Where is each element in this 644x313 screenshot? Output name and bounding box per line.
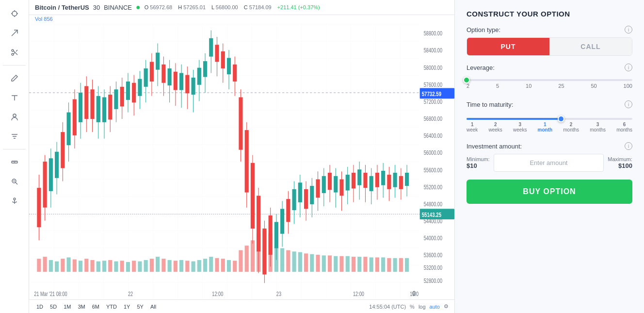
chart-body[interactable]: 58800.00 58400.00 58000.00 57600.00 5720… (29, 24, 454, 299)
svg-rect-53 (55, 152, 59, 178)
maturity-1week: 1 week (467, 122, 478, 132)
svg-rect-187 (126, 262, 130, 272)
svg-rect-157 (363, 173, 367, 188)
maturity-label-row: Time to maturity: i (467, 100, 632, 108)
toolbar-divider-2 (3, 149, 26, 149)
vol-label: Vol (35, 16, 42, 22)
svg-rect-221 (328, 255, 332, 272)
person-icon[interactable] (6, 108, 23, 126)
option-type-info-icon[interactable]: i (625, 26, 632, 33)
candlestick-chart: 58800.00 58400.00 58000.00 57600.00 5720… (29, 24, 454, 299)
svg-text:22: 22 (128, 291, 133, 297)
svg-rect-214 (286, 250, 290, 272)
svg-rect-202 (215, 258, 219, 272)
svg-rect-215 (292, 251, 296, 272)
svg-rect-149 (339, 180, 343, 196)
maturity-6months: 6 months (616, 122, 632, 132)
investment-info-icon[interactable]: i (625, 142, 632, 150)
volume-row: Vol 856 (29, 15, 454, 24)
period-1m[interactable]: 1M (62, 303, 72, 310)
arrow-icon[interactable] (6, 24, 23, 42)
svg-rect-226 (357, 257, 361, 272)
svg-text:56400.00: 56400.00 (424, 132, 442, 139)
leverage-info-icon[interactable]: i (625, 64, 632, 71)
option-type-section: Option type: i PUT CALL (467, 26, 632, 56)
leverage-mark-100: 100 (624, 83, 632, 89)
svg-rect-197 (185, 261, 189, 272)
leverage-thumb[interactable] (463, 77, 470, 83)
svg-text:53200.00: 53200.00 (424, 264, 442, 271)
svg-rect-234 (405, 258, 409, 272)
svg-rect-204 (227, 260, 231, 272)
put-button[interactable]: PUT (467, 38, 549, 55)
svg-rect-147 (334, 176, 338, 193)
log-button[interactable]: log (419, 304, 426, 310)
svg-text:58000.00: 58000.00 (424, 64, 442, 71)
svg-point-6 (12, 49, 14, 51)
zoom-icon[interactable] (6, 173, 23, 190)
anchor-icon[interactable] (6, 192, 23, 210)
svg-text:58400.00: 58400.00 (424, 47, 442, 54)
svg-rect-167 (393, 173, 397, 187)
maturity-thumb[interactable] (558, 115, 564, 122)
ruler-icon[interactable] (6, 153, 23, 171)
scissors-icon[interactable] (6, 44, 23, 61)
maturity-2months: 2 months (563, 122, 579, 132)
settings-icon[interactable]: ⚙ (444, 303, 449, 310)
investment-label: Investment amount: (467, 143, 522, 150)
maturity-track[interactable] (467, 118, 632, 120)
svg-point-13 (13, 114, 16, 117)
svg-rect-209 (257, 234, 260, 272)
svg-rect-190 (144, 260, 148, 272)
price-change: +211.41 (+0.37%) (277, 4, 320, 10)
period-1d[interactable]: 1D (35, 303, 45, 310)
period-5y[interactable]: 5Y (135, 303, 145, 310)
svg-rect-176 (61, 259, 64, 272)
low-val: 56800.00 (216, 4, 238, 10)
svg-rect-163 (381, 171, 385, 185)
text-icon[interactable] (6, 89, 23, 106)
buy-option-button[interactable]: BUY OPTION (467, 180, 632, 204)
option-type-buttons: PUT CALL (467, 37, 632, 56)
svg-rect-81 (138, 79, 142, 96)
leverage-labels: 2 5 10 25 50 100 (467, 83, 632, 89)
period-ytd[interactable]: YTD (105, 303, 118, 310)
period-1y[interactable]: 1Y (122, 303, 131, 310)
filter-icon[interactable] (6, 128, 23, 145)
svg-rect-111 (227, 58, 231, 74)
leverage-track[interactable] (467, 79, 632, 81)
svg-rect-117 (245, 130, 249, 192)
amount-input[interactable] (494, 154, 604, 172)
leverage-slider-container: 2 5 10 25 50 100 (467, 75, 632, 93)
auto-button[interactable]: auto (430, 304, 440, 310)
min-value: $10 (467, 162, 477, 169)
chart-timestamp: 14:55:04 (UTC) (369, 304, 406, 310)
svg-text:21 Mar '21  08:00: 21 Mar '21 08:00 (34, 291, 67, 297)
period-6m[interactable]: 6M (91, 303, 101, 310)
svg-rect-49 (43, 162, 47, 208)
leverage-label: Leverage: (467, 64, 495, 71)
svg-rect-129 (280, 209, 284, 233)
svg-rect-69 (102, 97, 106, 122)
period-3m[interactable]: 3M (76, 303, 86, 310)
svg-point-24 (14, 198, 16, 200)
pencil-icon[interactable] (6, 69, 23, 87)
crosshair-icon[interactable] (6, 5, 23, 22)
maturity-2weeks: 2 weeks (489, 122, 502, 132)
maturity-section: Time to maturity: i 1 week 2 weeks 3 wee (467, 100, 632, 134)
svg-rect-141 (316, 180, 320, 198)
svg-rect-145 (328, 173, 332, 190)
svg-rect-173 (43, 257, 47, 272)
maturity-info-icon[interactable]: i (625, 100, 632, 108)
svg-rect-205 (233, 261, 237, 272)
investment-label-row: Investment amount: i (467, 142, 632, 150)
period-5d[interactable]: 5D (48, 303, 58, 310)
svg-rect-174 (49, 260, 53, 272)
period-all[interactable]: All (149, 303, 158, 310)
svg-rect-194 (168, 260, 172, 272)
svg-rect-107 (215, 45, 219, 62)
svg-rect-101 (197, 68, 201, 85)
svg-rect-79 (132, 83, 136, 103)
chart-area: Bitcoin / TetherUS 30 BINANCE ● O 56972.… (29, 0, 455, 313)
call-button[interactable]: CALL (549, 38, 632, 55)
